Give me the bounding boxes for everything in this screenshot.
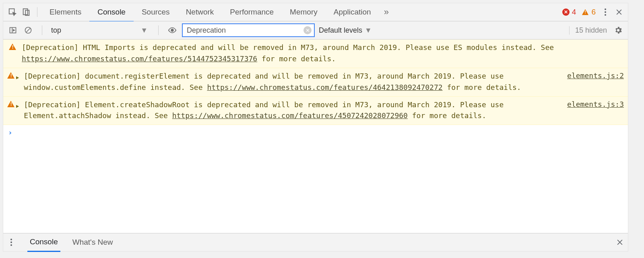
context-selector[interactable]: top ▼ (50, 26, 150, 35)
warning-icon (9, 44, 16, 50)
filter-input[interactable]: Deprecation ✕ (182, 23, 315, 37)
warning-icon (7, 101, 14, 107)
gear-icon[interactable] (613, 21, 624, 39)
expand-icon[interactable]: ▶ (16, 101, 20, 109)
chevron-down-icon: ▼ (140, 26, 148, 35)
error-count: 4 (572, 8, 576, 17)
divider (37, 7, 37, 17)
close-devtools-button[interactable] (615, 8, 623, 16)
drawer-menu-icon[interactable] (7, 239, 15, 246)
drawer-tab-console[interactable]: Console (27, 233, 60, 252)
hidden-messages-label[interactable]: 15 hidden (569, 26, 607, 35)
filter-value: Deprecation (187, 26, 226, 35)
warning-icon (7, 72, 14, 79)
divider (42, 25, 42, 35)
warning-icon (582, 9, 588, 15)
log-level-selector[interactable]: Default levels ▼ (319, 26, 372, 35)
tab-performance[interactable]: Performance (222, 3, 282, 21)
console-toolbar: top ▼ Deprecation ✕ Default levels ▼ 15 … (3, 21, 628, 40)
main-tabs: Elements Console Sources Network Perform… (41, 3, 394, 21)
levels-label: Default levels (319, 26, 362, 35)
expand-icon[interactable]: ▶ (16, 72, 20, 80)
warning-count: 6 (591, 8, 596, 17)
inspect-icon[interactable] (6, 3, 19, 21)
message-link[interactable]: https://www.chromestatus.com/features/51… (22, 54, 257, 63)
console-messages: [Deprecation] HTML Imports is deprecated… (3, 40, 628, 233)
main-tab-bar: Elements Console Sources Network Perform… (3, 3, 628, 21)
tab-network[interactable]: Network (178, 3, 222, 21)
message-source-link[interactable]: elements.js:2 (567, 71, 624, 80)
message-text: [Deprecation] document.registerElement i… (24, 71, 563, 93)
divider (158, 25, 159, 35)
console-prompt[interactable]: › (3, 125, 628, 140)
message-text: [Deprecation] Element.createShadowRoot i… (24, 99, 563, 122)
drawer-bar: Console What's New (3, 233, 628, 251)
sidebar-toggle-icon[interactable] (7, 21, 19, 39)
device-toggle-icon[interactable] (19, 3, 33, 21)
live-expression-icon[interactable] (167, 21, 178, 39)
tabs-overflow-icon[interactable]: » (379, 3, 394, 21)
message-source-link[interactable]: elements.js:3 (567, 99, 624, 108)
error-icon: ✕ (562, 8, 570, 16)
drawer-tab-whatsnew[interactable]: What's New (70, 233, 116, 251)
error-status[interactable]: ✕ 4 (562, 8, 576, 17)
svg-point-5 (171, 29, 173, 31)
console-warning-row: ▶ [Deprecation] Element.createShadowRoot… (3, 97, 628, 125)
context-label: top (51, 26, 61, 35)
tab-memory[interactable]: Memory (282, 3, 326, 21)
chevron-down-icon: ▼ (365, 26, 372, 35)
message-text: [Deprecation] HTML Imports is deprecated… (22, 42, 624, 64)
console-warning-row: ▶ [Deprecation] document.registerElement… (3, 68, 628, 97)
clear-console-icon[interactable] (23, 21, 34, 39)
console-warning-row: [Deprecation] HTML Imports is deprecated… (3, 40, 628, 68)
message-link[interactable]: https://www.chromestatus.com/features/46… (207, 83, 442, 92)
close-drawer-button[interactable] (616, 238, 624, 246)
prompt-chevron-icon: › (8, 128, 12, 137)
message-link[interactable]: https://www.chromestatus.com/features/45… (172, 111, 408, 120)
menu-icon[interactable] (601, 8, 609, 16)
devtools-panel: Elements Console Sources Network Perform… (3, 3, 628, 251)
tab-sources[interactable]: Sources (134, 3, 178, 21)
clear-filter-icon[interactable]: ✕ (303, 26, 312, 34)
warning-status[interactable]: 6 (582, 8, 596, 17)
tab-elements[interactable]: Elements (41, 3, 89, 21)
tab-application[interactable]: Application (326, 3, 379, 21)
tab-console[interactable]: Console (89, 3, 134, 22)
